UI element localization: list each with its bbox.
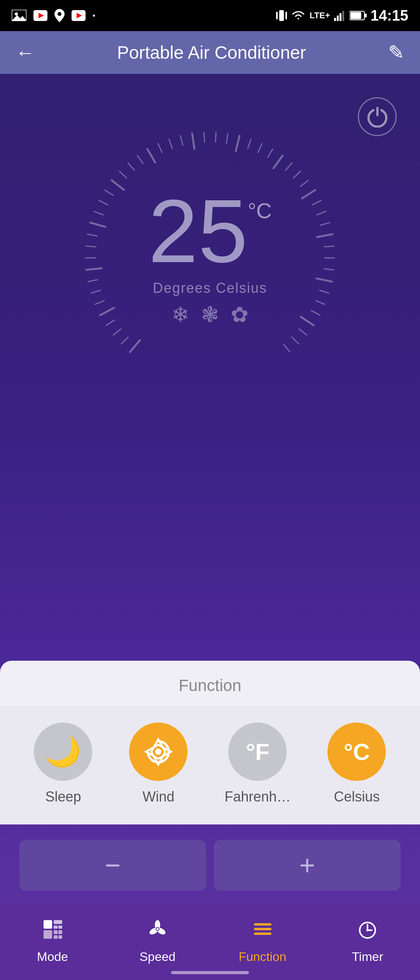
svg-rect-72 — [44, 920, 52, 929]
svg-line-25 — [88, 280, 98, 282]
svg-rect-14 — [342, 11, 344, 21]
nav-item-speed[interactable]: Speed — [105, 919, 210, 964]
youtube2-icon — [72, 10, 86, 21]
svg-line-62 — [317, 278, 332, 282]
svg-line-45 — [226, 133, 228, 143]
vibrate-icon — [276, 9, 287, 23]
nav-item-function[interactable]: Function — [210, 919, 315, 964]
svg-rect-76 — [44, 930, 52, 939]
svg-line-48 — [258, 144, 262, 152]
control-row: − + — [0, 824, 420, 902]
mode-icons: ❄ ❃ ✿ — [172, 302, 248, 327]
svg-line-40 — [169, 139, 172, 149]
svg-rect-78 — [58, 930, 62, 934]
bottom-nav: Mode Speed Function — [0, 902, 420, 980]
svg-rect-87 — [254, 928, 271, 930]
svg-line-59 — [324, 246, 334, 247]
edit-button[interactable]: ✎ — [388, 41, 404, 64]
nav-item-mode[interactable]: Mode — [0, 919, 105, 964]
svg-line-29 — [88, 234, 97, 236]
function-nav-label: Function — [239, 950, 287, 964]
celsius-label: Celsius — [334, 789, 380, 805]
svg-line-65 — [311, 311, 320, 315]
svg-line-26 — [86, 268, 102, 270]
svg-line-43 — [204, 132, 205, 142]
svg-line-63 — [320, 290, 329, 293]
svg-line-38 — [147, 149, 155, 163]
svg-line-69 — [284, 345, 290, 352]
svg-point-5 — [58, 12, 61, 16]
temperature-unit: °C — [248, 198, 272, 223]
battery-icon — [350, 10, 367, 21]
svg-rect-12 — [337, 16, 339, 21]
back-button[interactable]: ← — [16, 41, 35, 64]
function-item-sleep[interactable]: 🌙 Sleep — [34, 723, 92, 805]
timer-nav-icon — [357, 919, 378, 945]
svg-rect-88 — [254, 933, 271, 935]
svg-line-44 — [215, 132, 216, 142]
svg-point-1 — [15, 12, 18, 16]
svg-line-52 — [294, 171, 301, 178]
svg-line-49 — [268, 149, 273, 158]
svg-rect-13 — [340, 13, 341, 21]
sleep-icon: 🌙 — [45, 735, 81, 769]
sleep-label: Sleep — [45, 789, 81, 805]
plus-icon: + — [299, 850, 315, 881]
fahrenheit-label: Fahrenh… — [224, 789, 290, 805]
svg-line-58 — [317, 234, 332, 237]
svg-line-53 — [301, 180, 308, 186]
svg-rect-11 — [334, 18, 336, 21]
svg-line-50 — [273, 156, 282, 168]
svg-point-85 — [156, 928, 159, 930]
function-grid: 🌙 Sleep Wind — [0, 707, 420, 824]
svg-line-57 — [320, 222, 330, 225]
function-item-fahrenheit[interactable]: °F Fahrenh… — [224, 723, 290, 805]
leaf-icon: ✿ — [231, 302, 248, 327]
svg-line-61 — [324, 269, 334, 270]
temperature-dial[interactable]: 25 °C Degrees Celsius ❄ ❃ ✿ — [74, 121, 346, 393]
svg-rect-80 — [58, 935, 62, 939]
svg-line-46 — [236, 136, 239, 151]
function-item-wind[interactable]: Wind — [129, 723, 187, 805]
home-indicator — [171, 971, 249, 974]
lte-indicator: LTE+ — [310, 10, 330, 21]
fahrenheit-icon-circle: °F — [228, 723, 287, 781]
svg-line-41 — [180, 136, 183, 145]
power-button[interactable] — [358, 97, 397, 136]
svg-rect-10 — [285, 12, 287, 19]
svg-line-21 — [106, 320, 114, 326]
svg-line-23 — [95, 301, 104, 304]
main-area: 25 °C Degrees Celsius ❄ ❃ ✿ − + Function — [0, 74, 420, 902]
wind-icon: ❃ — [201, 302, 219, 327]
temperature-label: Degrees Celsius — [153, 280, 267, 296]
svg-line-33 — [105, 190, 113, 195]
nav-item-timer[interactable]: Timer — [315, 919, 420, 964]
speed-nav-icon — [147, 919, 168, 945]
youtube-icon — [33, 10, 47, 21]
svg-line-30 — [90, 222, 105, 227]
svg-rect-73 — [54, 920, 62, 924]
maps-icon — [54, 9, 65, 22]
svg-line-19 — [121, 337, 128, 344]
mode-nav-icon — [42, 919, 63, 945]
svg-line-51 — [285, 163, 292, 170]
status-bar-left: • — [12, 9, 95, 22]
svg-line-55 — [312, 200, 321, 205]
timer-nav-label: Timer — [352, 950, 383, 964]
svg-line-54 — [302, 190, 315, 198]
mode-nav-label: Mode — [37, 950, 68, 964]
svg-line-22 — [100, 308, 114, 315]
svg-line-67 — [299, 329, 306, 335]
increase-button[interactable]: + — [214, 840, 401, 891]
svg-line-36 — [128, 163, 134, 170]
svg-line-37 — [137, 156, 143, 163]
sleep-icon-circle: 🌙 — [34, 723, 92, 781]
svg-rect-16 — [350, 12, 361, 19]
svg-line-18 — [130, 340, 140, 352]
function-item-celsius[interactable]: °C Celsius — [327, 723, 386, 805]
wind-icon-circle — [129, 723, 187, 781]
temperature-center: 25 °C Degrees Celsius ❄ ❃ ✿ — [148, 187, 272, 327]
decrease-button[interactable]: − — [19, 840, 206, 891]
notification-dot: • — [93, 11, 95, 20]
svg-line-31 — [94, 211, 103, 215]
